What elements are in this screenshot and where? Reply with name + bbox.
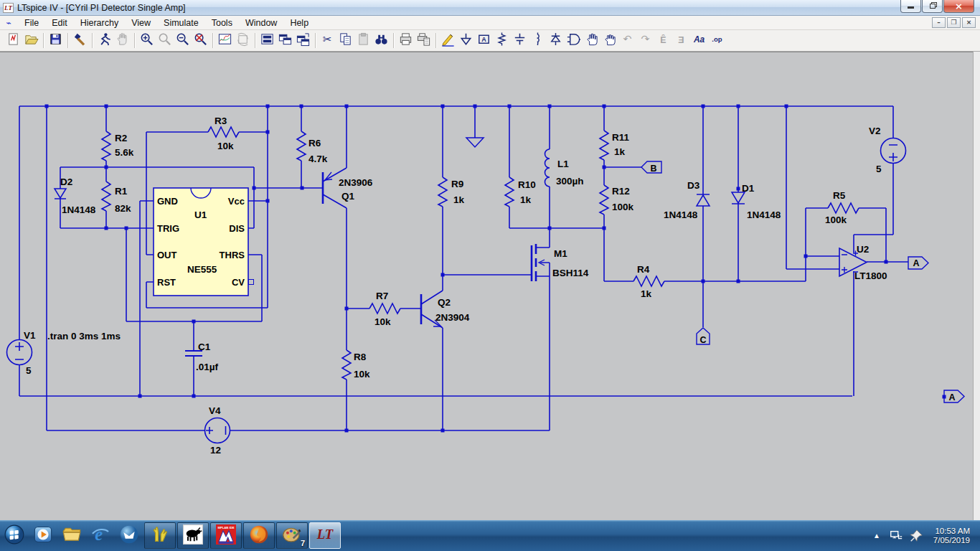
- diode-d3[interactable]: [697, 194, 710, 206]
- toolbar-component-button[interactable]: [565, 32, 583, 50]
- toolbar-text-button[interactable]: Aa: [690, 32, 708, 50]
- label-r7-val: 10k: [374, 316, 391, 327]
- taskbar-paint-button[interactable]: 7: [276, 522, 308, 549]
- toolbar-undo-button[interactable]: ↶: [618, 32, 636, 50]
- taskbar-cow-app-button[interactable]: [177, 522, 209, 549]
- toolbar-run-button[interactable]: [95, 32, 113, 50]
- firefox-icon: [249, 524, 269, 547]
- label-r3-ref: R3: [215, 116, 227, 126]
- new-schematic-icon: [6, 32, 21, 50]
- diode-d2[interactable]: [55, 189, 66, 199]
- toolbar-separator: [43, 33, 44, 48]
- toolbar-copy-button[interactable]: [336, 32, 354, 50]
- spice-directive-text[interactable]: .tran 0 3ms 1ms: [47, 331, 121, 342]
- taskbar-mplab-ide-button[interactable]: MPLAB IDE: [210, 522, 242, 549]
- toolbar-tile-vertical-button[interactable]: [276, 32, 294, 50]
- taskbar-gloves-app-button[interactable]: [144, 522, 176, 549]
- toolbar-capacitor-button[interactable]: [511, 32, 529, 50]
- mdi-restore-button[interactable]: ❐: [947, 17, 961, 28]
- move-icon: [584, 32, 599, 50]
- menu-file[interactable]: File: [18, 16, 45, 30]
- toolbar-plot-settings-button[interactable]: [216, 32, 234, 50]
- restore-button[interactable]: [922, 0, 943, 13]
- taskbar-ltspice-button[interactable]: LT: [309, 522, 341, 549]
- menu-help[interactable]: Help: [283, 16, 315, 30]
- menu-window[interactable]: Window: [239, 16, 283, 30]
- taskbar-start[interactable]: [2, 524, 27, 548]
- zoom-back-icon: [157, 32, 172, 50]
- toolbar-print-preview-button[interactable]: [415, 32, 433, 50]
- toolbar-save-button[interactable]: [47, 32, 65, 50]
- menu-hierarchy[interactable]: Hierarchy: [74, 16, 126, 30]
- toolbar-tile-horizontal-button[interactable]: [258, 32, 276, 50]
- diode-d1[interactable]: [732, 192, 745, 204]
- toolbar-net-label-button[interactable]: A: [475, 32, 493, 50]
- menu-tools[interactable]: Tools: [205, 16, 239, 30]
- taskbar-windows-media-player[interactable]: [31, 524, 55, 548]
- label-d1-val: 1N4148: [747, 209, 781, 220]
- copy-icon: [338, 32, 353, 50]
- label-r6-ref: R6: [308, 138, 321, 149]
- toolbar-halt-button[interactable]: [113, 32, 131, 50]
- toolbar-inductor-button[interactable]: [529, 32, 547, 50]
- toolbar-print-button[interactable]: [397, 32, 415, 50]
- menu-edit[interactable]: Edit: [45, 16, 74, 30]
- toolbar-find-button[interactable]: [372, 32, 390, 50]
- source-v1[interactable]: [7, 340, 32, 365]
- taskbar-windows-explorer[interactable]: [60, 524, 84, 548]
- redo-icon: ↷: [638, 32, 653, 50]
- toolbar-cascade-button[interactable]: [294, 32, 312, 50]
- mdi-close-button[interactable]: ×: [962, 17, 976, 28]
- toolbar-resistor-button[interactable]: [493, 32, 511, 50]
- minimize-button[interactable]: [900, 0, 921, 13]
- ltspice-app-icon: LT: [3, 3, 14, 13]
- mdi-minimize-button[interactable]: –: [932, 17, 946, 28]
- inductor-l1[interactable]: [545, 149, 550, 187]
- toolbar-mirror-button[interactable]: Ǝ: [672, 32, 690, 50]
- source-v2[interactable]: [881, 138, 906, 164]
- toolbar-zoom-in-button[interactable]: [138, 32, 156, 50]
- title-bar[interactable]: LT LTspice IV - [CYril PI Detector Singl…: [0, 0, 980, 16]
- toolbar-zoom-out-button[interactable]: [174, 32, 192, 50]
- label-u1-val: NE555: [187, 264, 217, 275]
- toolbar-new-schematic-button[interactable]: [4, 32, 22, 50]
- autorange-icon: [235, 32, 250, 50]
- toolbar-redo-button[interactable]: ↷: [636, 32, 654, 50]
- clock[interactable]: 10:53 AM 7/05/2019: [926, 527, 980, 545]
- source-v4[interactable]: [205, 418, 230, 443]
- toolbar-draw-wire-button[interactable]: [439, 32, 457, 50]
- taskbar-firefox-button[interactable]: [243, 522, 275, 549]
- pushpin-icon[interactable]: [909, 529, 923, 543]
- menu-simulate[interactable]: Simulate: [157, 16, 205, 30]
- label-r4-ref: R4: [637, 264, 650, 275]
- toolbar-move-button[interactable]: [583, 32, 600, 50]
- toolbar-cut-button[interactable]: ✂: [319, 32, 336, 50]
- toolbar-drag-button[interactable]: [600, 32, 618, 50]
- toolbar-zoom-back-button[interactable]: [156, 32, 174, 50]
- toolbar-control-panel-button[interactable]: [71, 32, 89, 50]
- hidden-icons-arrow[interactable]: ▲: [867, 532, 886, 540]
- toolbar-rotate-button[interactable]: Ȇ: [654, 32, 672, 50]
- close-button[interactable]: ×: [943, 0, 974, 13]
- pin-trig: TRIG: [157, 223, 179, 234]
- taskbar-internet-explorer[interactable]: e: [88, 524, 113, 548]
- menu-view[interactable]: View: [125, 16, 157, 30]
- toolbar-open-button[interactable]: [22, 32, 40, 50]
- toolbar-ground-button[interactable]: [457, 32, 475, 50]
- ground-flag[interactable]: [466, 138, 484, 147]
- toolbar-paste-button[interactable]: [354, 32, 372, 50]
- toolbar-autorange-button[interactable]: [234, 32, 252, 50]
- device-bars[interactable]: [323, 172, 536, 324]
- wires[interactable]: [19, 106, 908, 430]
- toolbar-diode-button[interactable]: [547, 32, 565, 50]
- taskbar-thunderbird[interactable]: [117, 524, 141, 548]
- tile-horizontal-icon: [260, 32, 275, 50]
- toolbar-separator: [315, 33, 316, 48]
- label-v1-ref: V1: [24, 330, 36, 341]
- toolbar-separator: [67, 33, 68, 48]
- drag-icon: [602, 32, 617, 50]
- paste-icon: [356, 32, 371, 50]
- toolbar-spice-directive-button[interactable]: .op: [708, 32, 726, 50]
- network-icon[interactable]: [889, 529, 903, 543]
- toolbar-zoom-full-extents-button[interactable]: [192, 32, 209, 50]
